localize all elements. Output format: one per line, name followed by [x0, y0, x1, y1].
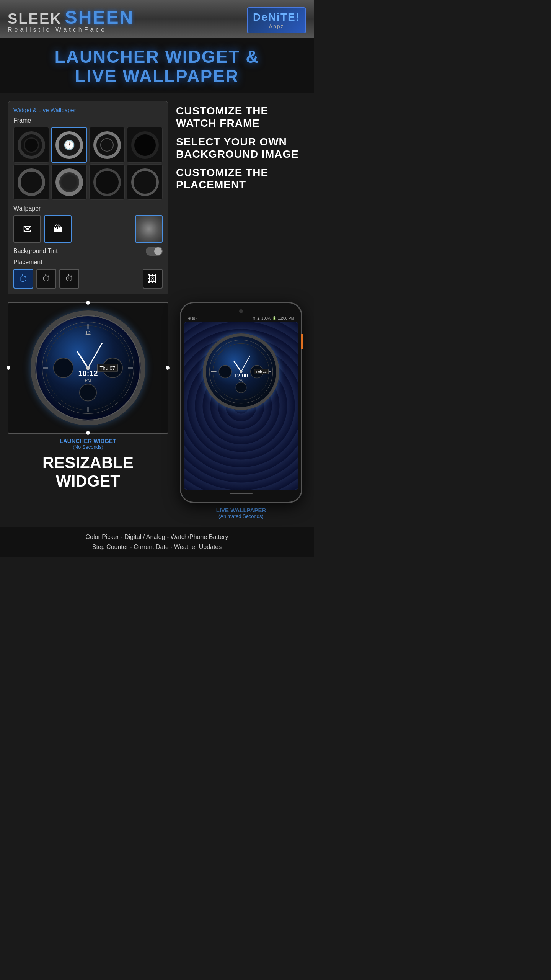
phone-screen: 12:00 PM Feb 13: [184, 322, 298, 490]
status-right: ⚙ ▲ 100% 🔋 12:00 PM: [252, 316, 294, 320]
svg-point-9: [80, 384, 96, 401]
phone-date-badge: Feb 13: [254, 369, 269, 374]
phone-clock-container: 12:00 PM Feb 13: [184, 322, 298, 418]
content-area: Widget & Live Wallpaper Frame 🕐: [0, 93, 314, 302]
resize-handle-bottom[interactable]: [86, 431, 90, 435]
resize-handle-top[interactable]: [86, 301, 90, 305]
title-sheen: SHEEN: [65, 7, 134, 28]
phone-mockup: ⊕ ⊞ ○ ⚙ ▲ 100% 🔋 12:00 PM: [180, 302, 302, 503]
brand-logo: DeNiTE! Appz: [247, 7, 306, 33]
title-subtitle: Realistic WatchFace: [8, 26, 107, 33]
live-wallpaper-sublabel: (Animated Seconds): [218, 513, 264, 519]
envelope-icon: ✉: [23, 223, 32, 235]
frame-label: Frame: [13, 117, 163, 124]
resizable-title: RESIZABLEWIDGET: [42, 454, 134, 490]
title-sleek: SLEEK: [8, 11, 62, 27]
phone-time: 12:00: [234, 372, 248, 379]
svg-point-19: [219, 366, 231, 378]
wallpaper-label: Wallpaper: [13, 205, 163, 212]
title-row: SLEEK SHEEN: [8, 7, 134, 28]
frame-item-2[interactable]: 🕐: [51, 127, 87, 163]
clock-icon: 🕐: [64, 140, 75, 150]
widget-sublabel: (No Seconds): [73, 444, 103, 450]
wp-mountain[interactable]: 🏔: [44, 215, 72, 243]
widget-panel: Widget & Live Wallpaper Frame 🕐: [8, 101, 168, 294]
clock-date-badge: Thu 07: [97, 364, 118, 372]
svg-point-21: [236, 382, 246, 393]
panel-label: Widget & Live Wallpaper: [13, 107, 163, 113]
footer-line2: Step Counter - Current Date - Weather Up…: [8, 542, 306, 552]
footer: Color Picker - Digital / Analog - Watch/…: [0, 527, 314, 557]
phone-status-bar: ⊕ ⊞ ○ ⚙ ▲ 100% 🔋 12:00 PM: [184, 316, 298, 320]
features-list: CUSTOMIZE THE WATCH FRAME SELECT YOUR OW…: [176, 101, 306, 294]
frame-item-7[interactable]: [89, 164, 125, 200]
widget-preview: 12 10:12 PM: [8, 302, 168, 519]
frame-item-8[interactable]: [127, 164, 163, 200]
svg-text:12: 12: [85, 330, 91, 336]
frame-grid-row1: 🕐: [13, 127, 163, 163]
frame-grid-row2: [13, 164, 163, 200]
resize-handle-left[interactable]: [7, 366, 10, 370]
wp-envelope[interactable]: ✉: [13, 215, 41, 243]
placement-center[interactable]: ⏱: [36, 269, 56, 289]
svg-line-23: [234, 361, 241, 372]
svg-line-22: [241, 356, 250, 372]
bg-tint-label: Background Tint: [13, 248, 58, 255]
phone-ampm: PM: [234, 379, 248, 382]
bg-tint-row: Background Tint: [13, 247, 163, 256]
frame-item-3[interactable]: [89, 127, 125, 163]
banner-title: LAUNCHER WIDGET & LIVE WALLPAPER: [8, 47, 306, 86]
placement-center-icon: ⏱: [42, 274, 51, 284]
brand-appz: Appz: [253, 23, 300, 29]
status-icons: ⊕ ⊞ ○: [188, 316, 199, 320]
placement-right[interactable]: ⏱: [59, 269, 79, 289]
svg-point-7: [54, 358, 73, 378]
phone-camera: [239, 309, 243, 313]
wp-metal[interactable]: [135, 215, 163, 243]
feature-1: CUSTOMIZE THE WATCH FRAME: [176, 105, 306, 129]
photo-icon: 🖼: [148, 273, 157, 284]
widget-label: LAUNCHER WIDGET: [60, 438, 116, 444]
placement-right-icon: ⏱: [65, 274, 73, 284]
brand-name: DeNiTE!: [253, 11, 300, 23]
phone-power-button: [301, 334, 303, 349]
frame-item-4[interactable]: [127, 127, 163, 163]
placement-left-icon: ⏱: [19, 273, 28, 284]
clock-center: 10:12 PM: [78, 354, 98, 382]
clock-time-display: 10:12: [78, 369, 98, 378]
frame-item-1[interactable]: [13, 127, 49, 163]
mountain-icon: 🏔: [53, 224, 62, 234]
phone-clock-info: 12:00 PM: [234, 372, 248, 382]
clock-face: 12 10:12 PM: [31, 310, 145, 425]
phone-section: ⊕ ⊞ ○ ⚙ ▲ 100% 🔋 12:00 PM: [176, 302, 306, 519]
phone-home-bar: [230, 493, 253, 494]
widget-frame: 12 10:12 PM: [8, 302, 168, 434]
toggle-knob: [154, 247, 162, 255]
wallpaper-section: Wallpaper ✉ 🏔: [13, 205, 163, 243]
placement-options: ⏱ ⏱ ⏱ 🖼: [13, 269, 163, 289]
placement-photo[interactable]: 🖼: [143, 269, 163, 289]
clock-ampm: PM: [78, 378, 98, 382]
lower-section: 12 10:12 PM: [0, 302, 314, 527]
feature-2: SELECT YOUR OWN BACKGROUND IMAGE: [176, 136, 306, 160]
feature-3: CUSTOMIZE THE PLACEMENT: [176, 167, 306, 191]
main-banner: LAUNCHER WIDGET & LIVE WALLPAPER: [0, 38, 314, 93]
header: SLEEK SHEEN Realistic WatchFace DeNiTE! …: [0, 0, 314, 38]
frame-item-6[interactable]: [51, 164, 87, 200]
footer-line1: Color Picker - Digital / Analog - Watch/…: [8, 532, 306, 542]
placement-label: Placement: [13, 259, 163, 266]
wallpaper-options: ✉ 🏔: [13, 215, 163, 243]
phone-clock-face: 12:00 PM Feb 13: [203, 333, 279, 410]
bg-tint-toggle[interactable]: [146, 247, 163, 256]
frame-item-5[interactable]: [13, 164, 49, 200]
placement-left[interactable]: ⏱: [13, 269, 33, 289]
app-title: SLEEK SHEEN Realistic WatchFace: [8, 7, 134, 33]
resize-handle-right[interactable]: [166, 366, 170, 370]
live-wallpaper-label: LIVE WALLPAPER: [216, 507, 266, 513]
